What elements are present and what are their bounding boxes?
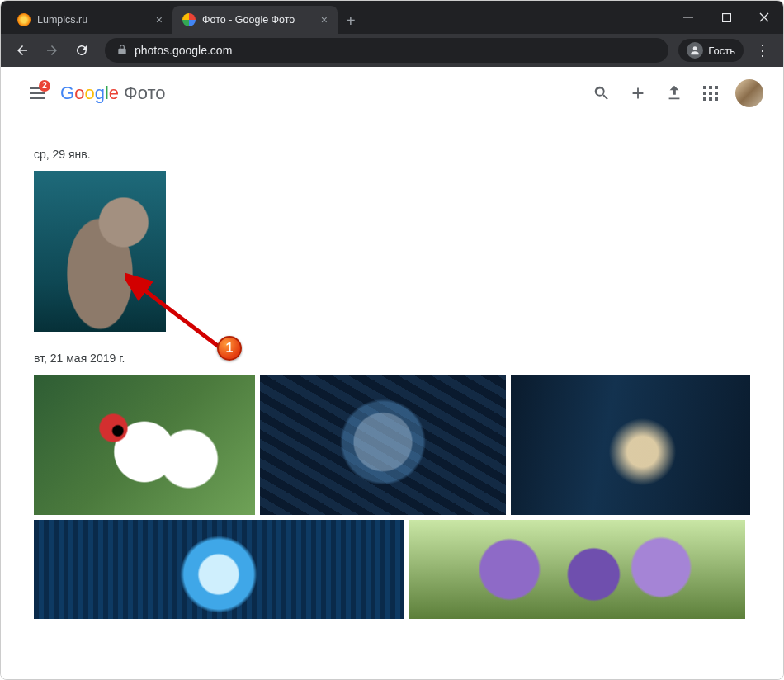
tab-lumpics[interactable]: Lumpics.ru × <box>7 6 172 34</box>
window-close-button[interactable] <box>745 1 783 34</box>
guest-label: Гость <box>708 45 735 57</box>
tab-title: Lumpics.ru <box>37 14 149 26</box>
close-icon <box>759 12 769 22</box>
browser-tabs: Lumpics.ru × Фото - Google Фото × + <box>7 1 669 34</box>
arrow-right-icon <box>45 43 59 58</box>
app-google-photos: 2 Google Фото ср, 29 янв. вт, 21 мая 201… <box>1 67 783 679</box>
arrow-left-icon <box>15 43 30 58</box>
create-button[interactable] <box>620 75 656 111</box>
tab-title: Фото - Google Фото <box>202 14 314 26</box>
date-header: вт, 21 мая 2019 г. <box>34 352 763 365</box>
reload-button[interactable] <box>68 37 95 64</box>
back-button[interactable] <box>9 37 35 64</box>
main-menu-button[interactable]: 2 <box>21 77 54 110</box>
browser-toolbar: photos.google.com Гость ⋮ <box>1 34 783 67</box>
tab-google-photos[interactable]: Фото - Google Фото × <box>172 6 338 34</box>
notification-badge: 2 <box>39 80 50 92</box>
photo-row <box>34 520 763 619</box>
profile-guest-button[interactable]: Гость <box>678 39 744 62</box>
glass-globe-keyboard-photo[interactable] <box>260 375 506 515</box>
lock-icon <box>116 44 128 58</box>
account-avatar[interactable] <box>735 79 763 107</box>
guest-avatar-icon <box>687 42 703 59</box>
minimize-icon <box>683 12 693 22</box>
address-bar[interactable]: photos.google.com <box>105 38 668 63</box>
ladybug-photo[interactable] <box>34 375 255 515</box>
forward-button[interactable] <box>39 37 65 64</box>
hippo-photo[interactable] <box>34 171 166 332</box>
crocus-flowers-photo[interactable] <box>409 520 745 619</box>
photo-row <box>34 375 763 515</box>
app-header: 2 Google Фото <box>1 67 783 120</box>
url-text: photos.google.com <box>135 44 232 57</box>
svg-rect-1 <box>722 13 730 21</box>
google-apps-button[interactable] <box>692 75 729 111</box>
photo-row <box>34 171 763 332</box>
search-icon <box>593 84 611 102</box>
hamburger-icon <box>30 92 45 94</box>
upload-button[interactable] <box>656 75 692 111</box>
maximize-button[interactable] <box>707 1 745 34</box>
upload-icon <box>665 84 683 102</box>
close-icon[interactable]: × <box>321 13 328 26</box>
date-header: ср, 29 янв. <box>34 148 763 161</box>
apps-grid-icon <box>703 86 718 101</box>
search-button[interactable] <box>583 75 620 111</box>
product-name: Фото <box>124 83 166 104</box>
browser-titlebar: Lumpics.ru × Фото - Google Фото × + <box>1 1 783 34</box>
google-photos-logo[interactable]: Google Фото <box>60 83 166 104</box>
new-tab-button[interactable]: + <box>338 12 364 34</box>
window-controls <box>669 1 783 34</box>
browser-menu-button[interactable]: ⋮ <box>747 41 775 59</box>
close-icon[interactable]: × <box>156 13 163 26</box>
favicon-lumpics-icon <box>17 13 31 26</box>
favicon-google-photos-icon <box>182 13 196 26</box>
minimize-button[interactable] <box>669 1 707 34</box>
google-wordmark: Google <box>60 83 119 104</box>
touch-interface-photo[interactable] <box>511 375 750 515</box>
plus-icon <box>629 84 647 102</box>
maximize-icon <box>722 13 731 22</box>
svg-rect-0 <box>683 17 693 18</box>
reload-icon <box>74 43 89 58</box>
photo-grid: ср, 29 янв. вт, 21 мая 2019 г. <box>1 120 783 619</box>
cpu-chip-photo[interactable] <box>34 520 404 619</box>
